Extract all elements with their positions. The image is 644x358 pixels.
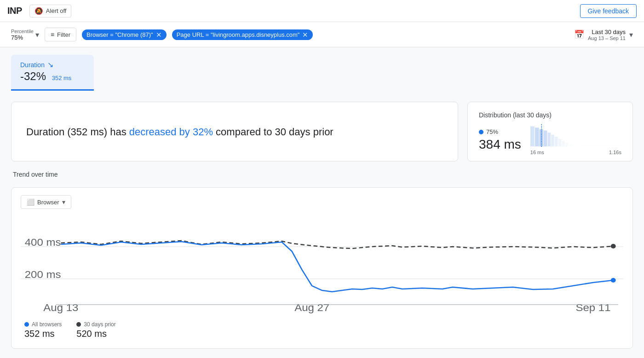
legend-30-days-prior: 30 days prior 520 ms (76, 321, 115, 339)
percentile-value: 75% (11, 34, 23, 41)
svg-rect-13 (580, 145, 621, 146)
legend-prior-value: 520 ms (76, 329, 115, 339)
trend-section: ⬜ Browser ▾ 400 ms 200 ms (11, 187, 633, 349)
legend-all-browsers-label: All browsers (32, 321, 62, 328)
trend-down-icon: ↘ (47, 60, 53, 69)
dist-stat: 75% 384 ms (479, 128, 521, 152)
svg-rect-6 (555, 137, 558, 146)
legend-dot-dark (76, 322, 81, 327)
legend-prior-label: 30 days prior (84, 321, 115, 328)
svg-rect-11 (572, 145, 575, 147)
dist-percentile: 75% (486, 128, 498, 135)
svg-text:Sep 11: Sep 11 (575, 302, 610, 313)
metric-change: -32% (20, 70, 46, 82)
url-filter-chip[interactable]: Page URL = "livingroom.apps.disneyplus.c… (172, 29, 313, 40)
main-content: Duration (352 ms) has decreased by 32% c… (0, 91, 644, 358)
duration-label: Duration (20, 61, 45, 69)
svg-rect-7 (558, 139, 561, 146)
distribution-card: Distribution (last 30 days) 75% 384 ms (467, 102, 633, 162)
browser-window-icon: ⬜ (27, 198, 34, 206)
metric-absolute: 352 ms (52, 75, 72, 81)
chart-legend: All browsers 352 ms 30 days prior 520 ms (21, 321, 623, 339)
svg-rect-12 (576, 145, 579, 146)
dist-axis: 16 ms 1.16s (530, 150, 621, 155)
svg-text:Aug 13: Aug 13 (43, 302, 78, 313)
summary-suffix: compared to 30 days prior (213, 126, 334, 138)
svg-point-20 (611, 278, 616, 283)
chevron-down-icon-browser: ▾ (62, 198, 65, 206)
page-title: INP (7, 6, 22, 16)
dist-percentile-row: 75% (479, 128, 521, 135)
calendar-icon: 📅 (574, 29, 584, 40)
dist-body: 75% 384 ms (479, 124, 621, 152)
bell-off-icon: 🔕 (34, 7, 43, 15)
svg-rect-0 (530, 127, 535, 147)
date-range-label: Last 30 days (588, 29, 626, 35)
give-feedback-button[interactable]: Give feedback (580, 4, 637, 18)
browser-selector-label: Browser (37, 199, 59, 206)
svg-rect-4 (547, 133, 551, 146)
legend-all-browsers: All browsers 352 ms (24, 321, 62, 339)
dist-axis-max: 1.16s (609, 150, 621, 155)
svg-rect-1 (535, 127, 539, 146)
filter-button[interactable]: ≡ Filter (45, 28, 76, 41)
dist-value: 384 ms (479, 137, 521, 152)
chevron-down-icon-date: ▾ (629, 30, 633, 39)
legend-dot-blue (24, 322, 29, 327)
svg-rect-3 (543, 131, 547, 147)
browser-selector[interactable]: ⬜ Browser ▾ (21, 195, 71, 209)
percentile-select[interactable]: Percentile 75% ▾ (11, 29, 39, 41)
chart-area: 400 ms 200 ms Aug 13 Aug 27 Sep 11 (21, 214, 623, 316)
top-bar: INP 🔕 Alert off Give feedback (0, 0, 644, 22)
svg-rect-8 (562, 141, 565, 146)
date-range-sub: Aug 13 – Sep 11 (588, 35, 626, 41)
url-filter-remove[interactable]: ✕ (302, 31, 308, 38)
dist-chart: 16 ms 1.16s (530, 124, 621, 152)
svg-text:200 ms: 200 ms (25, 269, 61, 280)
trend-outer-title: Trend over time (11, 171, 633, 178)
percentile-label: Percentile (11, 29, 34, 34)
svg-rect-9 (565, 143, 569, 146)
url-filter-text: Page URL = "livingroom.apps.disneyplus.c… (177, 31, 300, 38)
dist-axis-min: 16 ms (530, 150, 544, 155)
alert-off-button[interactable]: 🔕 Alert off (29, 5, 72, 17)
summary-highlight: decreased by 32% (129, 126, 213, 138)
filter-bar: Percentile 75% ▾ ≡ Filter Browser = "Chr… (0, 22, 644, 47)
metric-tabs: Duration ↘ -32% 352 ms (0, 47, 644, 91)
metric-tab-value: -32% 352 ms (20, 70, 85, 83)
filter-label: Filter (57, 31, 70, 38)
date-range-selector[interactable]: 📅 Last 30 days Aug 13 – Sep 11 ▾ (574, 29, 633, 41)
svg-rect-5 (551, 135, 554, 146)
legend-all-browsers-value: 352 ms (24, 329, 62, 339)
svg-rect-10 (569, 144, 572, 146)
svg-text:Aug 27: Aug 27 (294, 302, 329, 313)
summary-prefix: Duration (352 ms) has (26, 126, 129, 138)
summary-card: Duration (352 ms) has decreased by 32% c… (11, 102, 458, 162)
summary-text: Duration (352 ms) has decreased by 32% c… (26, 124, 334, 139)
svg-point-19 (611, 244, 616, 248)
dist-title: Distribution (last 30 days) (479, 111, 621, 119)
duration-tab[interactable]: Duration ↘ -32% 352 ms (11, 55, 94, 91)
svg-text:400 ms: 400 ms (25, 237, 61, 248)
summary-row: Duration (352 ms) has decreased by 32% c… (11, 102, 633, 162)
alert-off-label: Alert off (46, 7, 67, 14)
browser-filter-remove[interactable]: ✕ (156, 31, 162, 38)
filter-icon: ≡ (51, 31, 54, 38)
browser-filter-text: Browser = "Chrome (87)" (86, 31, 153, 38)
chevron-down-icon: ▾ (35, 30, 39, 39)
dist-dot (479, 130, 483, 134)
browser-filter-chip[interactable]: Browser = "Chrome (87)" ✕ (82, 29, 167, 40)
